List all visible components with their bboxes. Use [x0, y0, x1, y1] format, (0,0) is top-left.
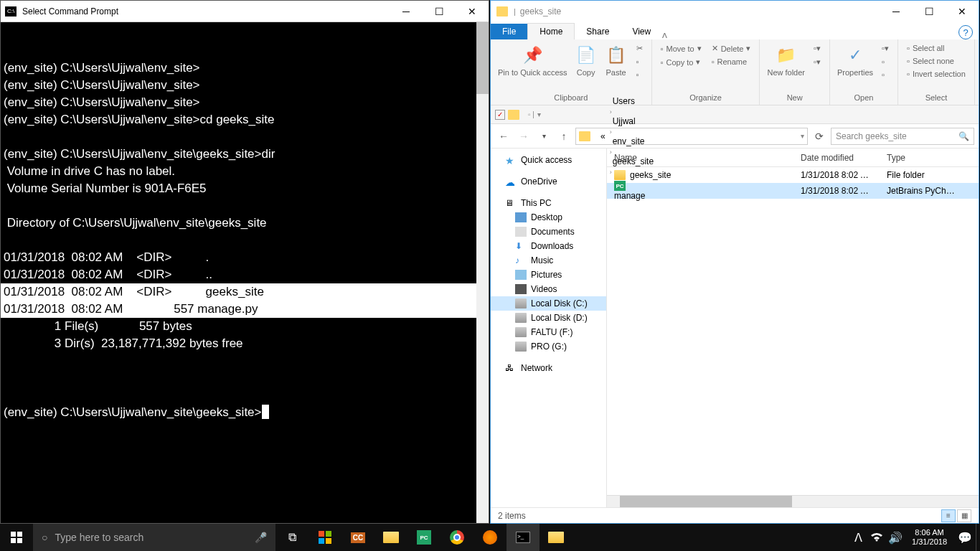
start-button[interactable]	[0, 524, 33, 551]
horizontal-scrollbar[interactable]	[607, 495, 979, 507]
tab-file[interactable]: File	[491, 24, 527, 39]
cmd-titlebar[interactable]: C:\ Select Command Prompt ─ ☐ ✕	[1, 1, 489, 22]
close-button[interactable]: ✕	[456, 1, 489, 22]
svg-rect-3	[17, 538, 22, 543]
icons-view-button[interactable]: ▦	[957, 509, 971, 522]
nav-documents[interactable]: Documents	[491, 225, 606, 239]
new-folder-button[interactable]: 📁New folder	[765, 42, 806, 78]
cortana-icon: ○	[42, 532, 47, 543]
scrollbar[interactable]	[476, 22, 489, 523]
chevron-right-icon: ›	[610, 128, 612, 136]
minimize-button[interactable]: ─	[390, 1, 423, 22]
tray-chevron-icon[interactable]: ᐱ	[849, 524, 867, 551]
videos-icon	[515, 284, 527, 294]
qat-dropdown-icon[interactable]: ▾	[537, 110, 541, 118]
nav-drive-g[interactable]: PRO (G:)	[491, 339, 606, 354]
breadcrumb-segment[interactable]: Users	[610, 96, 656, 106]
select-all-button[interactable]: ▫ Select all	[904, 42, 969, 54]
notifications-icon[interactable]: 💬	[954, 524, 976, 551]
folder-icon[interactable]	[508, 110, 519, 120]
taskbar-clock[interactable]: 8:06 AM 1/31/2018	[905, 528, 954, 547]
history-icon[interactable]: ▫	[879, 69, 892, 80]
cmd-line: 01/31/2018 08:02 AM <DIR> .	[1, 249, 489, 266]
nav-videos[interactable]: Videos	[491, 282, 606, 296]
details-view-button[interactable]: ≡	[941, 509, 956, 522]
copy-button[interactable]: 📄Copy	[573, 42, 599, 78]
maximize-button[interactable]: ☐	[423, 1, 456, 22]
refresh-button[interactable]: ⟳	[811, 128, 828, 145]
col-date[interactable]: Date modified	[793, 153, 880, 163]
up-button[interactable]: ↑	[555, 128, 573, 145]
taskbar-app-pycharm[interactable]: PC	[407, 524, 440, 551]
breadcrumb-segment[interactable]: Ujjwal	[610, 116, 656, 126]
help-icon[interactable]: ?	[958, 25, 973, 39]
qat-check-icon[interactable]: ✓	[495, 110, 505, 120]
col-type[interactable]: Type	[880, 153, 966, 163]
new-item-icon[interactable]: ▫▾	[811, 42, 824, 55]
move-to-button[interactable]: ▫ Move to ▾	[658, 42, 705, 55]
volume-icon[interactable]: 🔊	[886, 524, 905, 551]
taskbar-app-explorer[interactable]	[374, 524, 407, 551]
pin-button[interactable]: 📌Pin to Quick access	[496, 42, 569, 78]
nav-this-pc[interactable]: This PC	[491, 196, 606, 210]
nav-drive-c[interactable]: Local Disk (C:)	[491, 296, 606, 311]
nav-music[interactable]: ♪Music	[491, 253, 606, 268]
breadcrumb-segment[interactable]: env_site	[610, 136, 656, 146]
easy-access-icon[interactable]: ▫▾	[811, 56, 824, 68]
taskbar-app-explorer-open[interactable]	[540, 524, 573, 551]
minimize-button[interactable]: ─	[880, 1, 913, 22]
invert-selection-button[interactable]: ▫ Invert selection	[904, 68, 969, 80]
file-list[interactable]: geeks_site1/31/2018 8:02 AMFile folderPC…	[607, 167, 979, 495]
rename-button[interactable]: ▫ Rename	[709, 56, 754, 67]
explorer-titlebar[interactable]: | geeks_site ─ ☐ ✕	[491, 1, 979, 22]
window-title: geeks_site	[520, 6, 880, 17]
address-dropdown-icon[interactable]: ▾	[801, 132, 804, 140]
taskbar-app-firefox[interactable]	[473, 524, 507, 551]
task-view-button[interactable]: ⧉	[275, 524, 308, 551]
file-row[interactable]: PCmanage1/31/2018 8:02 AMJetBrains PyCha…	[607, 183, 979, 199]
paste-shortcut-icon[interactable]: ▫	[633, 69, 646, 80]
wifi-icon[interactable]	[867, 524, 886, 551]
edit-icon[interactable]: ▫	[879, 56, 892, 67]
maximize-button[interactable]: ☐	[913, 1, 946, 22]
close-button[interactable]: ✕	[946, 1, 979, 22]
taskbar-app-chrome[interactable]	[440, 524, 473, 551]
search-box[interactable]: Search geeks_site 🔍	[831, 128, 974, 145]
nav-network[interactable]: Network	[491, 361, 606, 375]
paste-button[interactable]: 📋Paste	[603, 42, 629, 78]
taskbar-app-store[interactable]	[308, 524, 341, 551]
properties-button[interactable]: ✓Properties	[836, 42, 875, 78]
copy-to-button[interactable]: ▫ Copy to ▾	[658, 56, 705, 68]
nav-pictures[interactable]: Pictures	[491, 268, 606, 282]
show-desktop-button[interactable]	[976, 524, 980, 551]
tab-share[interactable]: Share	[575, 24, 621, 39]
tab-view[interactable]: View	[621, 24, 662, 39]
cmd-line: (env_site) C:\Users\Ujjwal\env_site>cd g…	[1, 111, 489, 128]
open-icon[interactable]: ▫▾	[879, 42, 892, 55]
copy-path-icon[interactable]: ▫	[633, 56, 646, 67]
taskbar-app-cc[interactable]: CC	[341, 524, 374, 551]
nav-drive-d[interactable]: Local Disk (D:)	[491, 311, 606, 325]
svg-rect-7	[326, 538, 331, 544]
cut-icon[interactable]: ✂	[633, 42, 646, 55]
taskbar-app-cmd-active[interactable]: >_	[507, 524, 540, 551]
taskbar-search[interactable]: ○ Type here to search 🎤	[33, 524, 275, 551]
back-button[interactable]: ←	[495, 128, 512, 145]
tab-home[interactable]: Home	[527, 23, 575, 39]
cmd-body[interactable]: (env_site) C:\Users\Ujjwal\env_site>(env…	[1, 22, 489, 523]
breadcrumb-root[interactable]: «	[598, 131, 608, 141]
forward-button[interactable]: →	[515, 128, 532, 145]
collapse-ribbon-icon[interactable]: ᐱ	[662, 32, 667, 39]
nav-downloads[interactable]: ⬇Downloads	[491, 239, 606, 253]
nav-desktop[interactable]: Desktop	[491, 210, 606, 225]
nav-onedrive[interactable]: OneDrive	[491, 174, 606, 189]
cmd-line	[1, 232, 489, 249]
nav-quick-access[interactable]: Quick access	[491, 153, 606, 167]
col-name[interactable]: Name	[607, 153, 793, 163]
address-bar[interactable]: « Users›Ujjwal›env_site›geeks_site› ▾	[575, 128, 808, 145]
recent-dropdown[interactable]: ▾	[535, 128, 552, 145]
select-none-button[interactable]: ▫ Select none	[904, 55, 969, 67]
svg-rect-1	[17, 532, 22, 537]
delete-button[interactable]: ✕ Delete ▾	[709, 42, 754, 55]
nav-drive-f[interactable]: FALTU (F:)	[491, 325, 606, 339]
